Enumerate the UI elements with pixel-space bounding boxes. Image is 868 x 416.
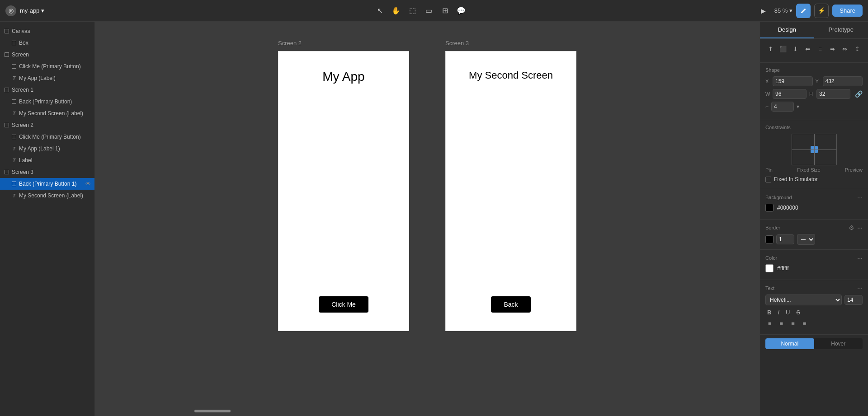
align-middle-btn[interactable]: ⬛ [778,43,788,54]
edit-mode-btn[interactable] [796,4,811,18]
chevron-down-icon-zoom: ▾ [789,7,793,14]
screen2-button[interactable]: Click Me [319,296,368,313]
strikethrough-btn[interactable]: S [794,308,802,317]
zoom-control[interactable]: 85 % ▾ [774,7,793,14]
w-input[interactable] [773,89,807,99]
h-input[interactable] [816,89,850,99]
align-left-text-btn[interactable]: ≡ [765,319,774,328]
align-left-btn[interactable]: ⬅ [802,43,813,54]
background-title: Background [765,195,792,200]
color-more-btn[interactable]: ··· [857,254,863,262]
text-align-row: ≡ ≡ ≡ ≡ [765,319,863,328]
distribute-h-btn[interactable]: ⇔ [840,43,850,54]
border-settings-btn[interactable]: ⚙ [848,224,855,231]
align-tools: ⬆ ⬛ ⬇ ⬅ ≡ ➡ ⇔ ⇕ [765,43,863,54]
rect-icon [11,40,17,46]
state-normal-btn[interactable]: Normal [765,338,814,349]
right-panel: Design Prototype ⬆ ⬛ ⬇ ⬅ ≡ ➡ ⇔ ⇕ Shape X [760,22,868,416]
sidebar-item-clickme2[interactable]: Click Me (Primary Button) [0,131,94,143]
screen3-button[interactable]: Back [491,296,530,313]
toolbar-tools: ↖ ✋ ⬚ ▭ ⊞ 💬 [99,4,741,18]
sidebar-item-secondscreen-label2[interactable]: T My Second Screen (Label) [0,190,94,201]
align-right-btn[interactable]: ➡ [827,43,838,54]
align-top-btn[interactable]: ⬆ [765,43,776,54]
align-justify-text-btn[interactable]: ≡ [800,319,809,328]
sidebar-item-screen1[interactable]: Screen 1 [0,84,94,96]
screen2-frame[interactable]: My App Click Me [278,51,409,331]
select-tool-btn[interactable]: ↖ [373,4,387,18]
text-icon-myapp: T [11,75,17,81]
sidebar-item-myapp-label[interactable]: T My App (Label) [0,72,94,84]
app-name[interactable]: my-app ▾ [20,7,44,14]
topbar-right: ▶ 85 % ▾ ⚡ Share [745,4,863,18]
font-size-input[interactable] [844,295,863,305]
corner-icon: ⌐ [765,103,769,110]
component-tool-btn[interactable]: ⊞ [438,4,452,18]
border-value-input[interactable] [776,234,794,244]
sidebar-item-back-primary1[interactable]: Back (Primary Button 1) 👁 [0,178,94,190]
hand-tool-btn[interactable]: ✋ [389,4,403,18]
border-title: Border [765,225,780,230]
screen3-frame[interactable]: My Second Screen Back [445,51,576,331]
italic-btn[interactable]: I [776,308,781,317]
sidebar-item-label[interactable]: T Label [0,154,94,166]
constraint-box [792,134,837,165]
background-more-btn[interactable]: ··· [857,194,863,201]
eye-icon[interactable]: 👁 [85,181,91,187]
align-center-btn[interactable]: ≡ [815,43,826,54]
constraint-labels: Pin Fixed Size Preview [765,167,863,173]
border-more-btn[interactable]: ··· [857,224,863,231]
corner-input[interactable] [771,102,794,112]
rect-tool-btn[interactable]: ▭ [421,4,436,18]
state-section: Normal Hover [760,335,868,353]
sidebar-item-secondscreen-label[interactable]: T My Second Screen (Label) [0,108,94,119]
bold-btn[interactable]: B [765,308,773,317]
fixed-in-simulator-checkbox[interactable] [765,177,771,182]
font-family-select[interactable]: Helveti... Arial Georgia [765,294,842,305]
sidebar-item-clickme[interactable]: Click Me (Primary Button) [0,61,94,72]
sidebar-item-screen[interactable]: Screen [0,49,94,61]
sidebar-item-back-primary[interactable]: Back (Primary Button) [0,96,94,108]
align-right-text-btn[interactable]: ≡ [788,319,797,328]
color-value: #ffffff [777,265,789,271]
constraints-title: Constraints [765,125,863,130]
color-swatch[interactable] [765,264,774,272]
sidebar-item-canvas[interactable]: Canvas [0,25,94,37]
chevron-corner-icon: ▾ [797,103,799,110]
underline-btn[interactable]: U [784,308,792,317]
tab-prototype[interactable]: Prototype [814,22,868,38]
share-btn[interactable]: Share [832,5,863,17]
text-icon-secondscreen: T [11,110,17,117]
align-center-text-btn[interactable]: ≡ [777,319,786,328]
sidebar-item-myapp-label1[interactable]: T My App (Label 1) [0,143,94,154]
sidebar-item-screen3[interactable]: Screen 3 [0,166,94,178]
y-input[interactable] [823,76,863,86]
text-icon-myapp1: T [11,145,17,152]
sidebar-item-screen2[interactable]: Screen 2 [0,119,94,131]
distribute-v-btn[interactable]: ⇕ [852,43,863,54]
fixed-in-simulator-label: Fixed In Simulator [774,176,818,182]
text-header: Text ··· [765,285,863,292]
chevron-down-icon: ▾ [41,7,44,14]
play-btn[interactable]: ▶ [756,4,771,18]
state-hover-btn[interactable]: Hover [814,338,863,349]
canvas-area[interactable]: Screen 2 My App Click Me Screen 3 My Sec… [95,22,760,416]
frame-tool-btn[interactable]: ⬚ [405,4,420,18]
align-bottom-btn[interactable]: ⬇ [790,43,801,54]
sidebar-item-box[interactable]: Box [0,37,94,49]
align-section: ⬆ ⬛ ⬇ ⬅ ≡ ➡ ⇔ ⇕ [760,39,868,63]
canvas-scrollbar-thumb[interactable] [194,410,231,412]
background-header: Background ··· [765,194,863,201]
comment-tool-btn[interactable]: 💬 [454,4,468,18]
x-input[interactable] [773,76,813,86]
background-color-swatch[interactable] [765,204,774,212]
shape-section: Shape X Y W H [760,63,868,120]
text-more-btn[interactable]: ··· [857,285,863,292]
lightning-btn[interactable]: ⚡ [814,4,829,18]
tab-design[interactable]: Design [760,22,814,38]
rect-icon-back [11,98,17,105]
screen3-content: My Second Screen Back [446,51,576,331]
link-wh-icon: 🔗 [855,90,863,98]
border-color-swatch[interactable] [765,235,774,243]
border-style-select[interactable]: — - - ··· [797,234,815,245]
